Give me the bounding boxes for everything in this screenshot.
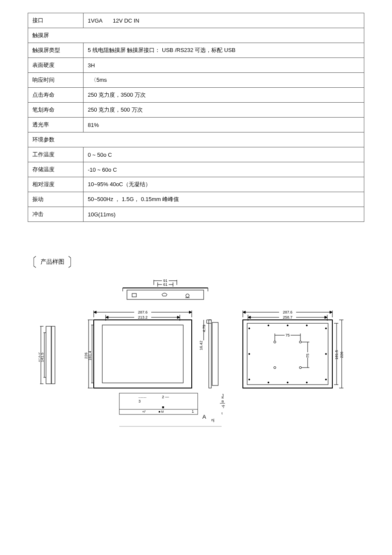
caption-text: J <box>222 394 224 398</box>
cell-label: 响应时间 <box>28 73 84 88</box>
cell-value: 50~500Hz ， 1.5G， 0.15mm 峰峰值 <box>84 192 364 207</box>
svg-point-67 <box>326 354 327 355</box>
cell-value: 5 线电阻触摸屏 触摸屏接口： USB /RS232 可选，标配 USB <box>84 43 364 58</box>
cell-label: 相对湿度 <box>28 177 84 192</box>
svg-point-73 <box>287 382 288 383</box>
svg-marker-54 <box>330 311 332 313</box>
cell-value: 0 ~ 50o C <box>84 147 364 162</box>
cell-value: -10 ~ 60o C <box>84 162 364 177</box>
cell-value: 〈5ms <box>84 73 364 88</box>
dim-label: 4.79 <box>202 325 206 332</box>
table-row: 存储温度 -10 ~ 60o C <box>28 162 364 177</box>
svg-point-63 <box>249 328 250 329</box>
svg-point-68 <box>326 379 327 380</box>
cell-label: 工作温度 <box>28 147 84 162</box>
svg-marker-27 <box>94 311 96 313</box>
table-section-row: 触摸屏 <box>28 28 364 43</box>
section-title: 产品样图 <box>39 257 66 267</box>
svg-point-77 <box>274 367 276 369</box>
table-section-row: 环境参数 <box>28 132 364 147</box>
svg-rect-11 <box>127 290 204 299</box>
table-row: 透光率 81% <box>28 118 364 132</box>
technical-drawing: 91 61 <box>28 277 364 431</box>
cell-label: 振动 <box>28 192 84 207</box>
table-row: 响应时间 〈5ms <box>28 73 364 88</box>
svg-rect-61 <box>243 320 332 388</box>
cell-value: 81% <box>84 118 364 132</box>
dim-label: 226 <box>340 351 344 358</box>
cell-label: 表面硬度 <box>28 58 84 73</box>
svg-point-69 <box>268 325 269 326</box>
cell-value: 250 克力度，3500 万次 <box>84 88 364 103</box>
svg-text:■ M: ■ M <box>159 410 164 413</box>
table-row: 笔划寿命 250 克力度，500 万次 <box>28 103 364 118</box>
dim-label: 75 <box>306 354 310 358</box>
svg-marker-33 <box>106 316 108 319</box>
svg-rect-16 <box>52 326 55 384</box>
svg-marker-28 <box>189 311 192 313</box>
table-row: 振动 50~500Hz ， 1.5G， 0.15mm 峰峰值 <box>28 192 364 207</box>
dim-label: 258.7 <box>283 315 293 319</box>
svg-marker-53 <box>243 311 245 313</box>
drawing-main-views: 171.5 141.5 287.6 213 <box>38 303 354 392</box>
svg-point-75 <box>274 341 276 343</box>
dim-label: 16.42 <box>199 341 203 351</box>
dim-label: 287.6 <box>138 310 148 314</box>
svg-rect-62 <box>247 323 328 385</box>
svg-rect-36 <box>102 325 183 383</box>
table-row: 冲击 10G(11ms) <box>28 207 364 222</box>
table-row: 接口 1VGA12V DC IN <box>28 13 364 28</box>
cell-value: 250 克力度，500 万次 <box>84 103 364 118</box>
svg-rect-44 <box>212 322 218 385</box>
cell-label: 笔划寿命 <box>28 103 84 118</box>
svg-rect-15 <box>46 326 51 384</box>
caption-text: nj <box>211 418 214 422</box>
table-row: 工作温度 0 ~ 50o C <box>28 147 364 162</box>
svg-point-72 <box>268 382 269 383</box>
table-row: 点击寿命 250 克力度，3500 万次 <box>28 88 364 103</box>
cell-label: 接口 <box>28 13 84 28</box>
caption-text: A <box>202 414 206 420</box>
drawing-top-view: 91 61 <box>47 277 345 303</box>
svg-point-78 <box>300 367 302 369</box>
drawing-title-block: -------- 2 — 3 ■ «I" ■ M 1 A nj J B 寸 t <box>94 392 298 431</box>
caption-text: B <box>222 400 224 403</box>
cell-value: 10G(11ms) <box>84 207 364 222</box>
svg-marker-34 <box>177 316 180 319</box>
cell-label: 透光率 <box>28 118 84 132</box>
cell-label: 冲击 <box>28 207 84 222</box>
bracket-right-icon: 〕 <box>67 253 77 271</box>
dim-label: 75 <box>285 333 290 337</box>
value-part: 1VGA <box>88 17 103 24</box>
caption-text: 1 <box>192 409 194 414</box>
section-title-wrap: 〔 产品样图 〕 <box>28 256 364 269</box>
table-row: 相对湿度 10~95% 40oC（无凝结） <box>28 177 364 192</box>
dim-label: 161.4 <box>88 351 92 361</box>
cell-value: 1VGA12V DC IN <box>84 13 364 28</box>
caption-text: ■ <box>162 405 164 409</box>
dim-label: 287.6 <box>283 310 293 314</box>
svg-point-64 <box>249 354 250 355</box>
svg-point-74 <box>306 382 308 383</box>
svg-marker-60 <box>325 316 327 319</box>
dim-label: 181.5 <box>334 350 339 360</box>
dim-label: 213.2 <box>138 315 148 319</box>
spec-table: 接口 1VGA12V DC IN 触摸屏 触摸屏类型 5 线电阻触摸屏 触摸屏接… <box>28 13 364 222</box>
caption-text: 3 <box>138 399 141 403</box>
svg-point-13 <box>186 294 189 297</box>
caption-text: «I" <box>142 410 146 413</box>
caption-text: 寸 <box>222 405 225 408</box>
svg-point-71 <box>306 325 308 326</box>
svg-marker-59 <box>248 316 251 319</box>
section-cell: 触摸屏 <box>28 28 364 43</box>
svg-point-65 <box>249 379 250 380</box>
cell-label: 触摸屏类型 <box>28 43 84 58</box>
cell-value: 3H <box>84 58 364 73</box>
svg-text:--------: -------- <box>138 396 147 399</box>
dim-label: 141.5 <box>40 353 44 362</box>
svg-point-66 <box>326 328 327 329</box>
bracket-left-icon: 〔 <box>28 253 37 271</box>
section-cell: 环境参数 <box>28 132 364 147</box>
svg-rect-35 <box>94 320 192 388</box>
svg-point-70 <box>287 325 288 326</box>
